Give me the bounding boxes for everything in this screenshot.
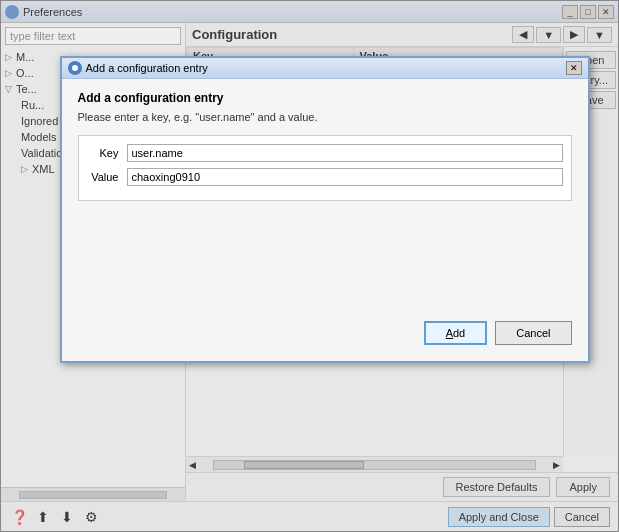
key-label: Key [87,147,127,159]
value-input[interactable] [127,168,563,186]
dialog-overlay: Add a configuration entry ✕ Add a config… [1,1,618,531]
dialog-buttons: Add Cancel [78,321,572,345]
dialog-cancel-button[interactable]: Cancel [495,321,571,345]
dialog-body: Add a configuration entry Please enter a… [62,79,588,361]
add-button-label: Add [446,327,466,339]
value-row: Value [87,168,563,186]
dialog-heading: Add a configuration entry [78,91,572,105]
dialog-icon [68,61,82,75]
add-button[interactable]: Add [424,321,488,345]
key-input[interactable] [127,144,563,162]
dialog-close-button[interactable]: ✕ [566,61,582,75]
add-config-dialog: Add a configuration entry ✕ Add a config… [60,56,590,363]
key-row: Key [87,144,563,162]
value-label: Value [87,171,127,183]
main-window: Preferences _ □ ✕ ▷ M... ▷ O... ▽ [0,0,619,532]
dialog-form: Key Value [78,135,572,201]
dialog-title: Add a configuration entry [86,62,208,74]
dialog-description: Please enter a key, e.g. "user.name" and… [78,111,572,123]
dialog-titlebar: Add a configuration entry ✕ [62,58,588,79]
